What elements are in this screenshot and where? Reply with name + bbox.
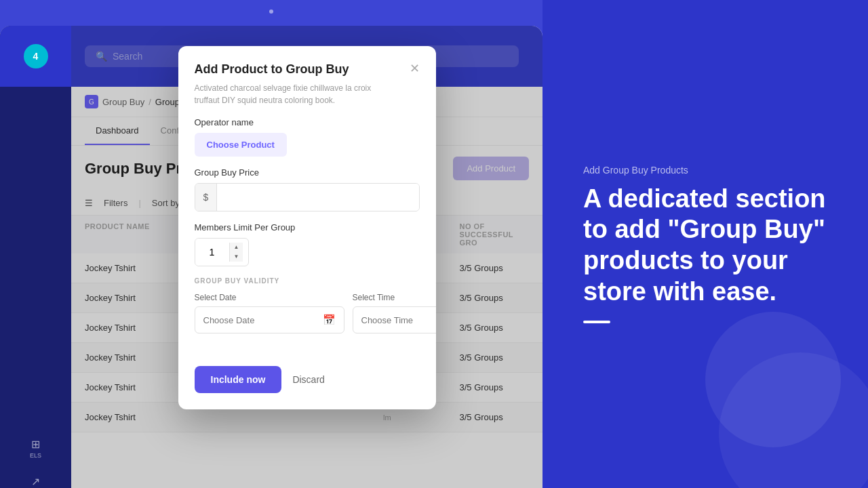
right-panel-title: A dedicated section to add "Group Buy" p…	[583, 184, 827, 307]
modal-subtitle: Activated charcoal selvage fixie chillwa…	[195, 82, 384, 106]
modal-overlay: Add Product to Group Buy Activated charc…	[71, 26, 542, 488]
dot	[269, 9, 273, 14]
validity-section-label: GROUP BUY VALIDITY	[195, 277, 420, 285]
date-input-wrapper[interactable]: 📅	[195, 306, 344, 333]
sidebar: 4 ⊞ ELS ↗ tore	[0, 26, 71, 488]
dot-indicator	[0, 0, 542, 20]
els-label: ELS	[30, 452, 41, 459]
modal-title: Add Product to Group Buy	[195, 62, 384, 77]
discard-button[interactable]: Discard	[292, 374, 324, 385]
sidebar-badge: 4	[24, 44, 48, 68]
members-limit-input[interactable]	[195, 239, 229, 266]
select-date-label: Select Date	[195, 293, 344, 302]
store-icon: ↗	[31, 475, 40, 488]
select-time-label: Select Time	[353, 293, 436, 302]
members-limit-group: Members Limit Per Group ▲ ▼	[195, 222, 420, 266]
price-input[interactable]	[217, 184, 418, 211]
modal-close-button[interactable]: ✕	[410, 62, 420, 75]
price-input-wrapper: $	[195, 183, 420, 211]
right-panel: Add Group Buy Products A dedicated secti…	[542, 0, 868, 488]
number-spinner: ▲ ▼	[229, 243, 243, 262]
group-buy-price-group: Group Buy Price $	[195, 167, 420, 211]
sidebar-item-els[interactable]: ⊞ ELS	[0, 434, 71, 463]
spinner-down-button[interactable]: ▼	[230, 252, 243, 262]
spinner-up-button[interactable]: ▲	[230, 243, 243, 252]
operator-name-label: Operator name	[195, 117, 420, 127]
validity-group: GROUP BUY VALIDITY Select Date 📅	[195, 277, 420, 333]
sidebar-item-store[interactable]: ↗ tore	[0, 471, 71, 488]
calendar-icon: 📅	[323, 314, 336, 326]
inner-app: 4 ⊞ ELS ↗ tore	[0, 26, 542, 488]
choose-product-button[interactable]: Choose Product	[195, 133, 287, 157]
operator-name-group: Operator name Choose Product	[195, 117, 420, 157]
sidebar-bottom: ⊞ ELS ↗ tore	[0, 434, 71, 488]
modal: Add Product to Group Buy Activated charc…	[178, 46, 436, 409]
date-time-row: Select Date 📅 Select Time	[195, 293, 420, 333]
time-input-wrapper[interactable]: 🕐	[353, 306, 436, 333]
right-panel-divider	[583, 321, 610, 323]
right-panel-subtitle: Add Group Buy Products	[583, 165, 827, 176]
members-limit-label: Members Limit Per Group	[195, 222, 420, 232]
number-input-wrapper: ▲ ▼	[195, 238, 249, 266]
date-input[interactable]	[203, 315, 317, 325]
price-prefix: $	[195, 184, 218, 211]
modal-body: Operator name Choose Product Group Buy P…	[178, 117, 436, 355]
group-buy-price-label: Group Buy Price	[195, 167, 420, 178]
left-section: 4 ⊞ ELS ↗ tore	[0, 0, 542, 488]
include-now-button[interactable]: Include now	[195, 366, 282, 393]
app-container: 4 ⊞ ELS ↗ tore	[0, 0, 868, 488]
sidebar-top: 4	[0, 26, 71, 87]
modal-footer: Include now Discard	[178, 355, 436, 409]
modal-header: Add Product to Group Buy Activated charc…	[178, 46, 436, 117]
sidebar-items	[0, 87, 71, 100]
time-input[interactable]	[361, 315, 436, 325]
els-icon: ⊞	[31, 438, 40, 451]
